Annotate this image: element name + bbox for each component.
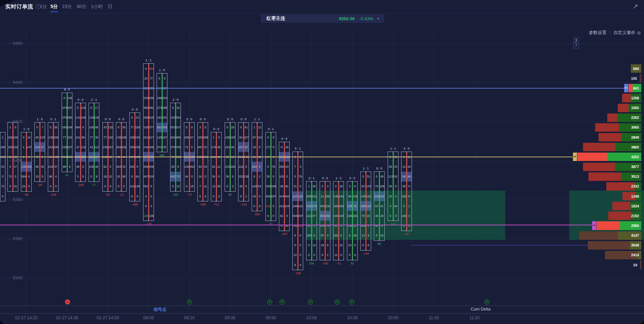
- cell-bid-volume: 1: [252, 126, 257, 129]
- horizontal-gridline: [0, 83, 644, 83]
- cell-ask-volume: 288: [271, 185, 276, 188]
- cell-ask-volume: 0: [339, 234, 344, 237]
- cell-bid-volume: 0: [361, 244, 365, 247]
- cell-bid-volume: 5: [388, 214, 393, 218]
- cell-bid-volume: 0: [225, 185, 230, 188]
- time-axis[interactable]: 02-27 14:2002-27 14:3502-27 14:5009:0509…: [0, 313, 644, 324]
- params-settings-button[interactable]: 参数设置: [589, 30, 607, 36]
- cumdelta-pane-label[interactable]: Cum Delta: [471, 307, 490, 312]
- signal-down-icon: ▼: [308, 299, 313, 304]
- tab-day[interactable]: 日: [108, 4, 112, 10]
- cell-ask-volume: 133: [366, 185, 371, 188]
- cell-ask-volume: 227: [108, 145, 113, 149]
- cell-bid-volume: 350: [143, 106, 148, 109]
- cell-bid-volume: 175: [211, 145, 216, 149]
- cell-bid-volume: 129: [89, 116, 94, 119]
- cell-bid-volume: 0: [320, 185, 325, 188]
- cell-bid-volume: 72: [8, 175, 12, 178]
- cell-bid-volume: 70: [361, 214, 365, 218]
- volume-profile-row: 3065: [595, 123, 641, 132]
- cell-ask-volume: 29: [230, 126, 235, 129]
- delta-line-down: [202, 123, 203, 200]
- cell-bid-volume: 42: [89, 145, 94, 149]
- bar-delta-footer: 52: [341, 262, 364, 265]
- cell-ask-volume: 0: [217, 136, 221, 139]
- cell-ask-volume: 0: [298, 244, 303, 247]
- cell-bid-volume: 0: [143, 195, 148, 198]
- cell-ask-volume: 207: [298, 214, 303, 218]
- delta-line-up: [311, 182, 312, 259]
- cell-ask-volume: 54: [257, 185, 262, 188]
- volume-profile-row: 2414: [605, 251, 641, 259]
- cell-ask-volume: 118: [298, 195, 303, 198]
- volume-profile-row: 2332: [606, 182, 641, 191]
- cell-ask-volume: 12: [176, 185, 181, 188]
- contract-selector[interactable]: 红枣主连 9350.00 -0.43% ▼: [261, 14, 384, 23]
- cell-bid-volume: 0: [252, 204, 257, 208]
- cell-ask-volume: 227: [67, 145, 72, 149]
- cell-ask-volume: 64: [393, 204, 398, 208]
- cell-bid-volume: 0: [320, 253, 325, 257]
- custom-volume-price-button[interactable]: 自定义量价: [614, 30, 636, 36]
- volume-profile-row: 2192: [608, 212, 641, 220]
- cell-ask-volume: 23: [285, 165, 289, 168]
- cell-ask-volume: 131: [312, 195, 317, 198]
- cell-ask-volume: 23: [135, 116, 140, 119]
- cell-bid-volume: 18: [103, 175, 107, 178]
- volume-profile-row: 3549: [588, 241, 641, 250]
- chevron-down-icon[interactable]: ▼: [377, 17, 380, 21]
- footprint-chart-canvas[interactable]: 9460944094209400938093609340116510553072…: [0, 14, 644, 305]
- cell-ask-volume: 132: [81, 145, 86, 149]
- time-axis-label: 09:20: [184, 316, 194, 320]
- tab-5min[interactable]: 5分: [51, 4, 58, 10]
- signal-pane-label[interactable]: 信号点: [154, 306, 167, 313]
- footprint-bar: 012142448862801839011063002 : 0-97: [401, 152, 412, 231]
- cell-bid-volume: 63: [374, 204, 379, 208]
- cell-bid-volume: 79: [374, 185, 379, 188]
- cell-bid-volume: 0: [252, 175, 257, 178]
- price-axis-label: 9380: [13, 197, 23, 202]
- footprint-bar: 0917702730763002052885052071250900 : 177: [265, 132, 276, 221]
- panel-help-button[interactable]: ?: [573, 43, 579, 48]
- profile-bar-sell: [640, 261, 641, 269]
- cell-bid-volume: 50: [198, 165, 202, 168]
- time-axis-label: 02-27 14:50: [97, 316, 119, 320]
- cell-ask-volume: 11: [203, 185, 208, 188]
- footprint-bar: 01814814516918324214041018200241201 : 2-…: [333, 181, 344, 260]
- tab-1hour[interactable]: 1小时: [91, 4, 103, 10]
- cell-bid-volume: 362: [170, 136, 175, 139]
- cell-ask-volume: 120: [40, 136, 45, 139]
- bar-delta-footer: -712: [204, 203, 228, 206]
- cell-bid-volume: 21: [320, 195, 325, 198]
- target-icon[interactable]: ◎: [637, 30, 641, 35]
- cell-ask-volume: 0: [217, 175, 221, 178]
- profile-volume-label: 2966: [631, 224, 639, 228]
- profile-bar-sell: [622, 94, 631, 102]
- cell-ask-volume: 88: [81, 136, 86, 139]
- cell-bid-volume: 266: [307, 195, 311, 198]
- cell-ask-volume: 0: [190, 126, 194, 129]
- cell-ask-volume: 49: [380, 175, 384, 178]
- footprint-cell: 165: [0, 142, 5, 152]
- footprint-bar: 1165105530720: [0, 132, 5, 201]
- expand-icon[interactable]: [633, 4, 638, 9]
- cell-ask-volume: 132: [108, 126, 113, 129]
- cell-ask-volume: 0: [190, 145, 194, 149]
- tab-1min[interactable]: 1分: [40, 4, 47, 10]
- cell-ask-volume: 112: [94, 145, 99, 149]
- cell-ask-volume: 41: [244, 126, 249, 129]
- profile-bar-sell: [579, 231, 618, 240]
- footprint-bar: 0182251082502310202881444452212104510026…: [279, 142, 290, 231]
- tab-15min[interactable]: 15分: [62, 4, 72, 10]
- footprint-bar: 0341633545531073624863707057813529845270…: [170, 103, 181, 192]
- cell-bid-volume: 1: [307, 185, 311, 188]
- tab-30min[interactable]: 30分: [76, 4, 87, 10]
- cell-bid-volume: 34: [211, 175, 216, 178]
- collapse-panel-button[interactable]: ❯: [573, 37, 579, 43]
- cell-ask-volume: 186: [122, 136, 126, 139]
- cell-bid-volume: 0: [293, 175, 297, 178]
- cell-ask-volume: 0: [27, 175, 31, 178]
- cell-bid-volume: 0: [35, 126, 39, 129]
- volume-profile-row: 3877: [583, 163, 641, 171]
- subpane-strip: 信号点 Cum Delta: [0, 305, 644, 313]
